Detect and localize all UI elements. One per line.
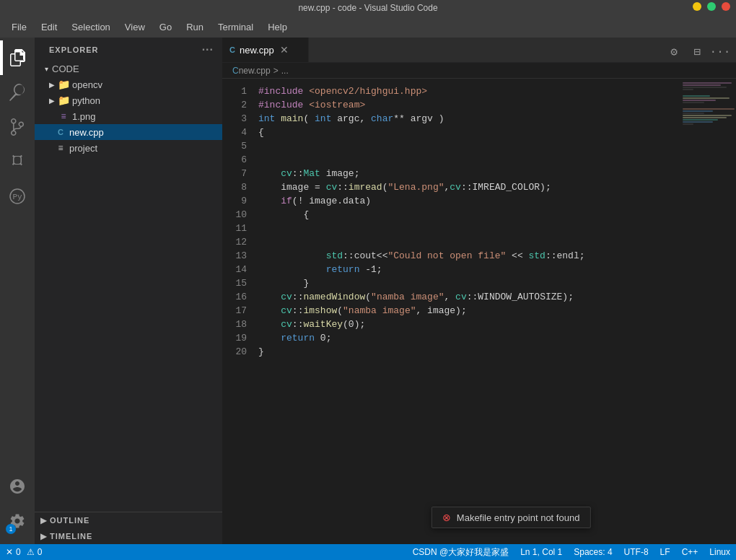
menu-item-edit[interactable]: Edit <box>35 20 63 34</box>
statusbar-language[interactable]: C++ <box>682 547 698 557</box>
statusbar: ✕ 0 ⚠ 0 CSDN @大家好我是家盛 Ln 1, Col 1 Spaces… <box>0 544 736 560</box>
statusbar-position[interactable]: Ln 1, Col 1 <box>520 547 562 557</box>
sidebar-content: ▾ CODE ▶ 📁 opencv ▶ 📁 python <box>35 59 222 512</box>
tabbar-actions: ⚙ ⊟ ··· <box>658 42 736 62</box>
minimize-button[interactable] <box>693 2 701 11</box>
folder-icon-python: 📁 <box>58 95 69 106</box>
minimap <box>678 79 736 544</box>
code-editor[interactable]: 1#include <opencv2/highgui.hpp>2#include… <box>222 79 678 544</box>
tree-item-project[interactable]: ≡ project <box>35 140 222 156</box>
sidebar-more-button[interactable]: ··· <box>202 43 214 56</box>
timeline-section[interactable]: ▶ TIMELINE <box>35 528 222 544</box>
statusbar-eol[interactable]: LF <box>660 547 670 557</box>
menu-item-run[interactable]: Run <box>180 20 209 34</box>
code-line-15: 15 } <box>222 276 678 290</box>
line-content-2[interactable]: #include <iostream> <box>258 98 678 112</box>
line-content-7[interactable]: cv::Mat image; <box>258 167 678 180</box>
activitybar-bottom: 1 <box>0 469 35 544</box>
close-button[interactable] <box>722 2 730 11</box>
line-content-10[interactable]: { <box>258 208 678 222</box>
menu-item-view[interactable]: View <box>119 20 151 34</box>
line-content-17[interactable]: cv::imshow("namba image", image); <box>258 304 678 318</box>
notification-badge: 1 <box>6 524 16 534</box>
code-line-17: 17 cv::imshow("namba image", image); <box>222 304 678 318</box>
menu-item-help[interactable]: Help <box>262 20 293 34</box>
activity-settings[interactable]: 1 <box>0 504 35 538</box>
line-content-19[interactable]: return 0; <box>258 331 678 345</box>
menu-item-go[interactable]: Go <box>154 20 178 34</box>
activity-extensions[interactable] <box>0 144 35 179</box>
line-number-12: 12 <box>222 235 258 249</box>
tab-close-button[interactable]: ✕ <box>279 44 290 56</box>
breadcrumb-root: C <box>232 66 239 76</box>
encoding-text: UTF-8 <box>624 547 649 557</box>
line-content-18[interactable]: cv::waitKey(0); <box>258 318 678 331</box>
platform-text: Linux <box>709 547 730 557</box>
line-content-8[interactable]: image = cv::imread("Lena.png",cv::IMREAD… <box>258 180 678 194</box>
line-number-15: 15 <box>222 276 258 290</box>
code-line-1: 1#include <opencv2/highgui.hpp> <box>222 84 678 98</box>
file-icon-project: ≡ <box>55 142 66 154</box>
menu-item-file[interactable]: File <box>6 20 32 34</box>
tree-root-section: ▾ CODE ▶ 📁 opencv ▶ 📁 python <box>35 59 222 157</box>
activity-explorer[interactable] <box>0 40 35 75</box>
tab-newcpp[interactable]: C new.cpp ✕ <box>222 38 309 62</box>
line-number-4: 4 <box>222 126 258 139</box>
more-actions-button[interactable]: ··· <box>710 42 730 62</box>
tree-item-opencv[interactable]: ▶ 📁 opencv <box>35 76 222 92</box>
line-number-14: 14 <box>222 263 258 276</box>
outline-label: OUTLINE <box>50 516 89 525</box>
code-line-3: 3int main( int argc, char** argv ) <box>222 112 678 126</box>
file-icon-png: ≡ <box>58 110 69 122</box>
main-layout: Py 1 EXPLORER ··· ▾ CODE <box>0 38 736 544</box>
code-line-2: 2#include <iostream> <box>222 98 678 112</box>
language-text: C++ <box>682 547 698 557</box>
code-line-11: 11 <box>222 222 678 235</box>
menubar: FileEditSelectionViewGoRunTerminalHelp <box>0 16 736 38</box>
error-message: Makefile entry point not found <box>457 512 580 523</box>
activitybar: Py 1 <box>0 38 35 544</box>
tree-arrow-opencv: ▶ <box>46 79 58 90</box>
sidebar: EXPLORER ··· ▾ CODE ▶ 📁 opencv <box>35 38 222 544</box>
error-icon-status: ✕ <box>6 547 13 557</box>
line-number-1: 1 <box>222 84 258 98</box>
activity-account[interactable] <box>0 469 35 504</box>
statusbar-platform[interactable]: Linux <box>709 547 730 557</box>
line-content-1[interactable]: #include <opencv2/highgui.hpp> <box>258 84 678 98</box>
menu-item-selection[interactable]: Selection <box>66 20 115 34</box>
tree-item-python[interactable]: ▶ 📁 python <box>35 92 222 108</box>
split-editor-button[interactable]: ⊟ <box>687 42 707 62</box>
line-content-20[interactable]: } <box>258 345 678 359</box>
line-content-4[interactable]: { <box>258 126 678 139</box>
statusbar-spaces[interactable]: Spaces: 4 <box>574 547 612 557</box>
code-line-5: 5 <box>222 139 678 153</box>
activity-python[interactable]: Py <box>0 179 35 214</box>
maximize-button[interactable] <box>707 2 716 11</box>
tree-item-png[interactable]: ≡ 1.png <box>35 108 222 124</box>
code-line-9: 9 if(! image.data) <box>222 194 678 208</box>
line-content-15[interactable]: } <box>258 276 678 290</box>
run-debug-button[interactable]: ⚙ <box>664 42 684 62</box>
svg-text:Py: Py <box>12 193 22 201</box>
line-content-3[interactable]: int main( int argc, char** argv ) <box>258 112 678 126</box>
explorer-label: EXPLORER <box>49 45 99 54</box>
folder-icon-opencv: 📁 <box>58 79 69 90</box>
tree-newcpp-label: new.cpp <box>69 127 222 138</box>
tree-item-code[interactable]: ▾ CODE <box>35 61 222 76</box>
menu-item-terminal[interactable]: Terminal <box>212 20 259 34</box>
line-number-11: 11 <box>222 222 258 235</box>
tree-item-newcpp[interactable]: C new.cpp <box>35 124 222 140</box>
tree-code-label: CODE <box>52 64 222 74</box>
line-content-16[interactable]: cv::namedWindow("namba image", cv::WINDO… <box>258 290 678 304</box>
statusbar-errors[interactable]: ✕ 0 ⚠ 0 <box>6 547 42 557</box>
line-content-13[interactable]: std::cout<<"Could not open file" << std:… <box>258 249 678 263</box>
line-content-9[interactable]: if(! image.data) <box>258 194 678 208</box>
outline-section[interactable]: ▶ OUTLINE <box>35 512 222 528</box>
statusbar-encoding[interactable]: UTF-8 <box>624 547 649 557</box>
titlebar-controls <box>693 2 730 11</box>
activity-search[interactable] <box>0 75 35 110</box>
activity-source-control[interactable] <box>0 110 35 144</box>
line-number-9: 9 <box>222 194 258 208</box>
line-number-20: 20 <box>222 345 258 359</box>
line-content-14[interactable]: return -1; <box>258 263 678 276</box>
